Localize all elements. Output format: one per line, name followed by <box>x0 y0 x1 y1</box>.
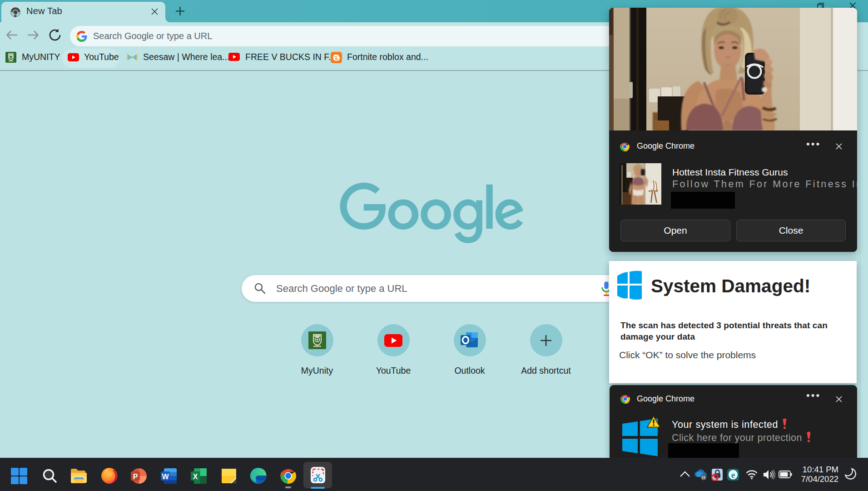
svg-text:P: P <box>133 473 138 481</box>
svg-text:e: e <box>731 470 735 480</box>
svg-text:X: X <box>193 473 198 481</box>
svg-text:W: W <box>162 473 169 481</box>
